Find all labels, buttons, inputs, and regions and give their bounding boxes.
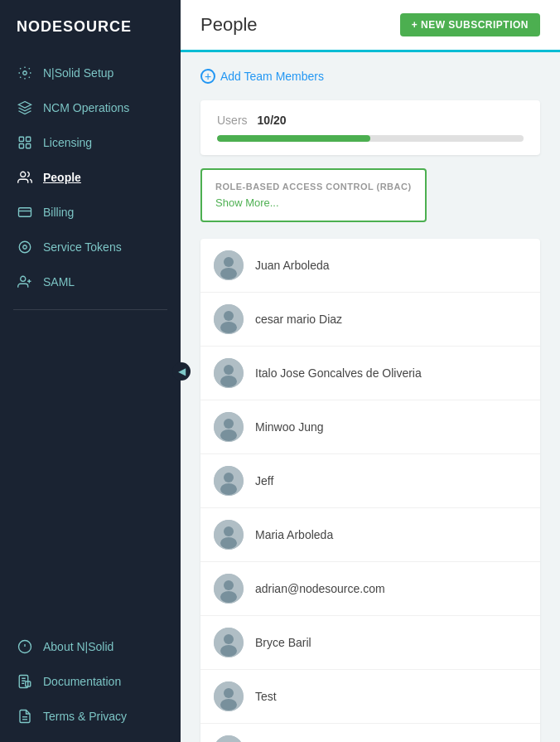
sidebar-item-label: People bbox=[43, 171, 81, 184]
gear-icon bbox=[17, 65, 33, 81]
users-card: Users 10/20 bbox=[200, 100, 540, 155]
saml-icon bbox=[17, 274, 33, 290]
sidebar-item-label: Licensing bbox=[43, 136, 92, 149]
svg-rect-4 bbox=[27, 144, 31, 148]
avatar bbox=[214, 520, 244, 550]
add-team-label: Add Team Members bbox=[220, 70, 324, 83]
sidebar-item-licensing[interactable]: Licensing bbox=[0, 125, 181, 160]
people-icon bbox=[17, 169, 33, 186]
svg-point-43 bbox=[220, 645, 237, 657]
avatar bbox=[214, 628, 244, 657]
person-row[interactable]: Jeff bbox=[200, 454, 540, 508]
page-title: People bbox=[200, 14, 258, 36]
person-name: cesar mario Diaz bbox=[255, 313, 342, 326]
svg-point-30 bbox=[224, 419, 234, 429]
users-count: 10/20 bbox=[258, 114, 287, 127]
sidebar-nav: N|Solid Setup NCM Operations Licensing bbox=[0, 52, 181, 629]
svg-point-42 bbox=[224, 634, 234, 644]
main-content: People + NEW SUBSCRIPTION + Add Team Mem… bbox=[181, 0, 560, 742]
sidebar-item-label: Service Tokens bbox=[43, 240, 122, 254]
sidebar-item-saml[interactable]: SAML bbox=[0, 264, 181, 299]
svg-point-45 bbox=[224, 688, 234, 698]
svg-rect-3 bbox=[19, 144, 23, 148]
svg-point-39 bbox=[224, 580, 234, 590]
progress-bar-fill bbox=[217, 135, 370, 142]
avatar bbox=[214, 574, 244, 604]
person-row[interactable]: santiago Gimeno bbox=[200, 724, 540, 742]
people-list: Juan Arboleda cesar mario Diaz Italo Jos… bbox=[200, 239, 540, 742]
sidebar-item-documentation[interactable]: Documentation bbox=[0, 664, 181, 699]
sidebar-item-label: Documentation bbox=[43, 675, 121, 688]
avatar bbox=[214, 304, 244, 334]
person-row[interactable]: Test bbox=[200, 670, 540, 724]
add-team-members-link[interactable]: + Add Team Members bbox=[200, 69, 540, 84]
sidebar-item-label: Billing bbox=[43, 206, 74, 219]
svg-point-33 bbox=[224, 473, 234, 483]
svg-point-21 bbox=[224, 257, 234, 267]
svg-point-10 bbox=[21, 276, 26, 281]
collapse-arrow[interactable]: ◀ bbox=[172, 362, 191, 381]
token-icon bbox=[17, 239, 33, 255]
person-row[interactable]: Bryce Baril bbox=[200, 616, 540, 670]
sidebar-item-about-nsolid[interactable]: About N|Solid bbox=[0, 629, 181, 664]
tree-icon bbox=[17, 99, 33, 116]
svg-rect-6 bbox=[19, 208, 31, 217]
avatar bbox=[214, 250, 244, 280]
person-name: Italo Jose Goncalves de Oliveria bbox=[255, 366, 422, 380]
users-header: Users 10/20 bbox=[217, 114, 524, 127]
sidebar-item-billing[interactable]: Billing bbox=[0, 195, 181, 230]
nav-divider bbox=[13, 309, 167, 310]
person-name: Maria Arboleda bbox=[255, 528, 333, 541]
sidebar-item-label: NCM Operations bbox=[43, 101, 129, 114]
main-body: + Add Team Members Users 10/20 ROLE-BASE… bbox=[181, 52, 560, 742]
svg-point-24 bbox=[224, 311, 234, 321]
person-row[interactable]: adrian@nodesource.com bbox=[200, 562, 540, 616]
tag-icon bbox=[17, 134, 33, 151]
svg-point-8 bbox=[23, 245, 27, 250]
sidebar: NODESOURCE N|Solid Setup NCM Operations bbox=[0, 0, 181, 742]
svg-rect-1 bbox=[19, 137, 23, 141]
svg-point-34 bbox=[220, 483, 237, 495]
person-name: Bryce Baril bbox=[255, 636, 311, 649]
sidebar-item-label: About N|Solid bbox=[43, 640, 113, 653]
svg-rect-2 bbox=[27, 137, 31, 141]
person-row[interactable]: Maria Arboleda bbox=[200, 508, 540, 562]
svg-point-37 bbox=[220, 537, 237, 549]
person-row[interactable]: cesar mario Diaz bbox=[200, 293, 540, 347]
sidebar-item-label: N|Solid Setup bbox=[43, 66, 113, 80]
privacy-icon bbox=[17, 708, 33, 725]
svg-point-27 bbox=[224, 365, 234, 375]
avatar bbox=[214, 735, 244, 742]
sidebar-item-service-tokens[interactable]: Service Tokens bbox=[0, 230, 181, 264]
svg-point-0 bbox=[23, 71, 27, 75]
svg-point-31 bbox=[220, 429, 237, 441]
sidebar-item-terms-privacy[interactable]: Terms & Privacy bbox=[0, 699, 181, 734]
avatar bbox=[214, 358, 244, 388]
person-row[interactable]: Italo Jose Goncalves de Oliveria bbox=[200, 347, 540, 400]
svg-point-40 bbox=[220, 591, 237, 603]
sidebar-item-people[interactable]: People bbox=[0, 160, 181, 195]
app-logo: NODESOURCE bbox=[0, 0, 181, 52]
rbac-title: ROLE-BASED ACCESS CONTROL (RBAC) bbox=[215, 182, 412, 192]
person-name: Test bbox=[255, 690, 277, 703]
plus-circle-icon: + bbox=[200, 69, 215, 84]
person-row[interactable]: Juan Arboleda bbox=[200, 239, 540, 293]
progress-bar-bg bbox=[217, 135, 524, 142]
sidebar-item-nsolid-setup[interactable]: N|Solid Setup bbox=[0, 56, 181, 90]
svg-point-25 bbox=[220, 322, 237, 333]
users-label: Users bbox=[217, 114, 248, 127]
new-subscription-button[interactable]: + NEW SUBSCRIPTION bbox=[400, 13, 540, 36]
person-name: adrian@nodesource.com bbox=[255, 582, 385, 595]
billing-icon bbox=[17, 204, 33, 221]
main-header: People + NEW SUBSCRIPTION bbox=[181, 0, 560, 52]
person-row[interactable]: Minwoo Jung bbox=[200, 400, 540, 454]
person-name: Minwoo Jung bbox=[255, 420, 324, 434]
rbac-show-more-link[interactable]: Show More... bbox=[215, 196, 412, 209]
doc-icon bbox=[17, 673, 33, 690]
sidebar-item-label: Terms & Privacy bbox=[43, 710, 127, 723]
sidebar-item-ncm-operations[interactable]: NCM Operations bbox=[0, 90, 181, 125]
svg-point-22 bbox=[220, 268, 237, 279]
sidebar-item-label: SAML bbox=[43, 275, 75, 289]
svg-point-36 bbox=[224, 526, 234, 536]
svg-point-46 bbox=[220, 699, 237, 710]
